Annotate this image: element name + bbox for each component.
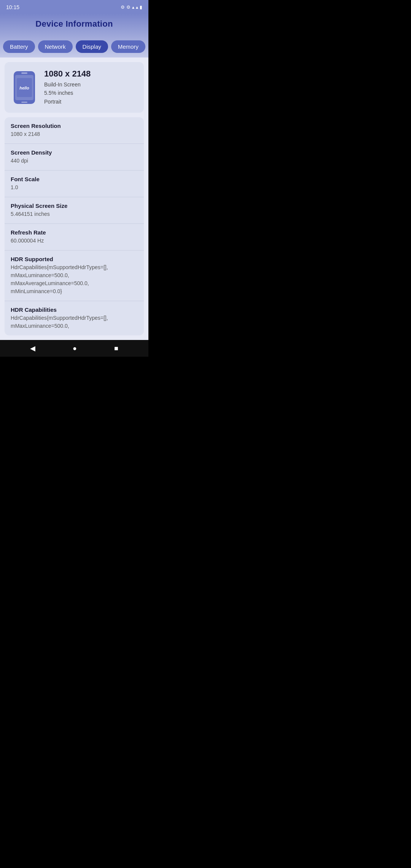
display-screen-type: Build-In Screen: [44, 80, 138, 89]
status-icons: ⚙ ⚙ ▴ ▴ ▮: [121, 5, 142, 10]
nav-back-button[interactable]: ◀: [25, 342, 40, 355]
info-label-physical-screen-size: Physical Screen Size: [11, 203, 138, 209]
info-row-physical-screen-size: Physical Screen Size 5.464151 inches: [5, 197, 144, 224]
info-row-screen-resolution: Screen Resolution 1080 x 2148: [5, 117, 144, 144]
info-row-font-scale: Font Scale 1.0: [5, 171, 144, 197]
nav-recents-button[interactable]: ■: [110, 342, 123, 355]
svg-text:hello: hello: [19, 86, 29, 90]
phone-illustration: hello: [11, 70, 38, 105]
signal-icon: ▴: [136, 5, 138, 10]
status-time: 10:15: [6, 4, 19, 10]
display-resolution: 1080 x 2148: [44, 69, 138, 79]
wifi-icon: ▴: [132, 5, 134, 10]
info-label-refresh-rate: Refresh Rate: [11, 229, 138, 236]
screen: 10:15 ⚙ ⚙ ▴ ▴ ▮ Device Information Batte…: [0, 0, 148, 357]
content-area: hello 1080 x 2148 Build-In Screen 5.5% i…: [0, 57, 148, 340]
status-bar: 10:15 ⚙ ⚙ ▴ ▴ ▮: [0, 0, 148, 14]
settings-icon-2: ⚙: [126, 5, 131, 10]
info-row-refresh-rate: Refresh Rate 60.000004 Hz: [5, 224, 144, 251]
settings-icon-1: ⚙: [121, 5, 125, 10]
header: Device Information: [0, 14, 148, 37]
nav-bar: ◀ ● ■: [0, 340, 148, 357]
page-title: Device Information: [6, 19, 142, 29]
tab-bar: Battery Network Display Memory Apps: [0, 37, 148, 57]
info-row-hdr-supported: HDR Supported HdrCapabilities{mSupported…: [5, 251, 144, 301]
info-label-screen-resolution: Screen Resolution: [11, 123, 138, 129]
info-label-hdr-supported: HDR Supported: [11, 256, 138, 262]
info-value-physical-screen-size: 5.464151 inches: [11, 210, 138, 218]
info-row-screen-density: Screen Density 440 dpi: [5, 144, 144, 171]
display-summary-card: hello 1080 x 2148 Build-In Screen 5.5% i…: [5, 62, 144, 113]
info-value-screen-resolution: 1080 x 2148: [11, 130, 138, 138]
tab-network[interactable]: Network: [38, 40, 73, 53]
info-value-hdr-capabilities: HdrCapabilities{mSupportedHdrTypes=[], m…: [11, 314, 138, 330]
info-card: Screen Resolution 1080 x 2148 Screen Den…: [5, 117, 144, 335]
svg-rect-2: [21, 102, 27, 103]
display-size: 5.5% inches: [44, 89, 138, 97]
display-orientation: Portrait: [44, 97, 138, 106]
info-value-screen-density: 440 dpi: [11, 157, 138, 165]
info-label-screen-density: Screen Density: [11, 149, 138, 156]
display-info: 1080 x 2148 Build-In Screen 5.5% inches …: [44, 69, 138, 106]
nav-home-button[interactable]: ●: [68, 342, 81, 355]
tab-display[interactable]: Display: [76, 40, 108, 53]
info-label-font-scale: Font Scale: [11, 176, 138, 182]
info-row-hdr-capabilities: HDR Capabilities HdrCapabilities{mSuppor…: [5, 301, 144, 335]
info-value-hdr-supported: HdrCapabilities{mSupportedHdrTypes=[], m…: [11, 263, 138, 295]
battery-icon: ▮: [140, 5, 142, 10]
info-value-font-scale: 1.0: [11, 183, 138, 191]
tab-battery[interactable]: Battery: [3, 40, 35, 53]
tab-memory[interactable]: Memory: [111, 40, 145, 53]
info-value-refresh-rate: 60.000004 Hz: [11, 237, 138, 245]
info-label-hdr-capabilities: HDR Capabilities: [11, 306, 138, 313]
svg-rect-5: [21, 72, 27, 74]
